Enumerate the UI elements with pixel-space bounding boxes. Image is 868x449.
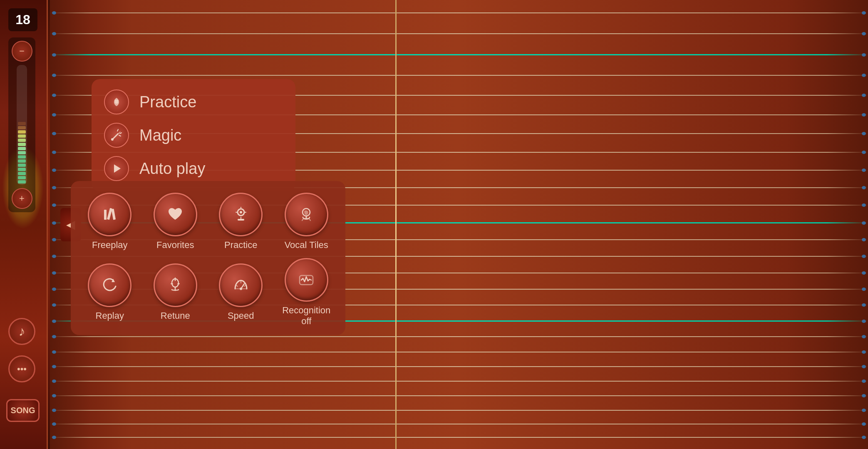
recognition-icon (285, 258, 328, 302)
volume-track[interactable] (17, 65, 27, 185)
svg-line-3 (120, 133, 122, 134)
svg-line-2 (117, 129, 118, 131)
more-options-button[interactable]: ••• (8, 355, 35, 382)
favorites-icon (154, 193, 197, 236)
replay-label: Replay (96, 310, 124, 321)
string-24 (50, 410, 868, 411)
action-favorites[interactable]: Favorites (146, 193, 204, 251)
menu-panel-top: Practice Magic Auto play (92, 79, 295, 191)
action-vocal-tiles[interactable]: Vocal Tiles (277, 193, 335, 251)
svg-line-4 (119, 135, 121, 136)
practice-icon-circle (104, 89, 129, 114)
svg-marker-5 (114, 164, 121, 173)
practice-icon (109, 94, 124, 109)
svg-rect-8 (111, 208, 115, 220)
volume-plus-button[interactable]: + (12, 188, 32, 209)
string-20 (50, 352, 868, 352)
volume-slider[interactable]: − + (8, 37, 35, 212)
action-freeplay[interactable]: Freeplay (81, 193, 139, 251)
bridge-divider (395, 0, 397, 449)
speed-label: Speed (228, 310, 254, 321)
string-25 (50, 424, 868, 424)
magic-icon-circle (104, 123, 129, 148)
svg-point-1 (111, 138, 114, 141)
volume-minus-button[interactable]: − (12, 41, 32, 62)
freeplay-icon (88, 193, 131, 236)
string-21 (50, 366, 868, 367)
music-note-button[interactable]: ♪ (8, 318, 35, 345)
number-value: 18 (15, 12, 30, 27)
practice-btn-icon (219, 193, 263, 236)
speed-icon (219, 263, 263, 307)
freeplay-label: Freeplay (92, 240, 128, 251)
menu-item-autoplay[interactable]: Auto play (100, 153, 287, 184)
autoplay-icon-circle (104, 156, 129, 181)
svg-line-27 (244, 285, 246, 286)
string-1 (50, 12, 868, 13)
volume-bars (17, 121, 27, 185)
retune-icon (154, 263, 197, 307)
string-26 (50, 437, 868, 438)
svg-point-10 (240, 211, 242, 213)
svg-point-0 (115, 100, 118, 104)
string-19 (50, 336, 868, 337)
vocal-tiles-icon (285, 193, 328, 236)
menu-item-magic[interactable]: Magic (100, 119, 287, 151)
practice-btn-label: Practice (224, 240, 257, 251)
svg-line-26 (236, 285, 238, 286)
favorites-label: Favorites (156, 240, 194, 251)
action-practice[interactable]: Practice (212, 193, 270, 251)
magic-label: Magic (139, 127, 181, 144)
action-replay[interactable]: Replay (81, 263, 139, 321)
action-retune[interactable]: Retune (146, 263, 204, 321)
autoplay-icon (109, 161, 124, 176)
recognition-off-label: Recognition off (277, 305, 335, 327)
music-icon: ♪ (19, 324, 25, 339)
string-23 (50, 395, 868, 396)
more-icon: ••• (17, 364, 27, 375)
retune-label: Retune (161, 310, 190, 321)
string-22 (50, 381, 868, 382)
action-speed[interactable]: Speed (212, 263, 270, 321)
replay-icon (88, 263, 131, 307)
string-4 (50, 75, 868, 76)
string-2 (50, 33, 868, 34)
svg-rect-15 (238, 219, 244, 221)
menu-item-practice[interactable]: Practice (100, 86, 287, 118)
song-button[interactable]: SONG (6, 399, 40, 422)
practice-label: Practice (139, 93, 196, 111)
number-badge: 18 (8, 8, 37, 31)
autoplay-label: Auto play (139, 160, 205, 178)
svg-rect-6 (104, 210, 107, 220)
magic-icon (109, 128, 124, 143)
menu-panel-bottom: Freeplay Favorites Practice (71, 181, 345, 335)
action-recognition-off[interactable]: Recognition off (277, 258, 335, 327)
vocal-tiles-label: Vocal Tiles (285, 240, 328, 251)
string-3-highlight (50, 54, 868, 55)
song-label: SONG (11, 406, 35, 415)
